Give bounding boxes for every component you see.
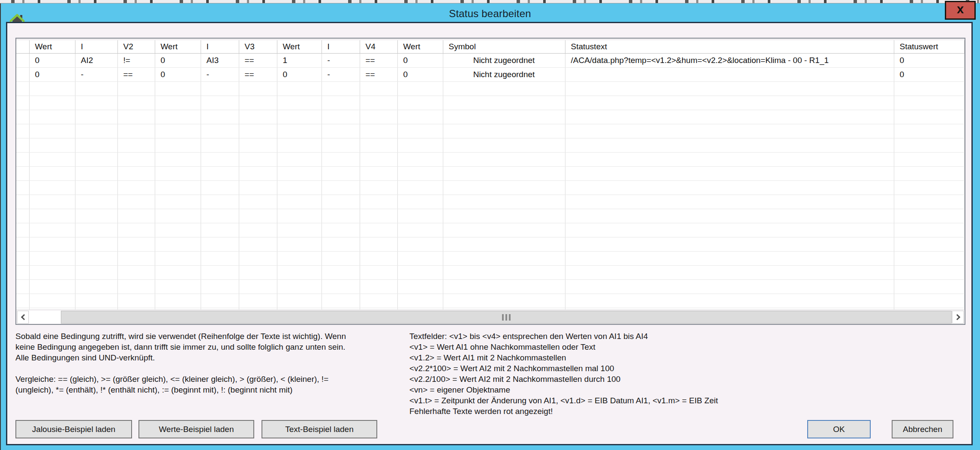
table-cell bbox=[322, 96, 360, 110]
column-header: I bbox=[75, 40, 117, 53]
scroll-right-button[interactable] bbox=[952, 311, 964, 324]
table-cell[interactable]: == bbox=[117, 67, 155, 81]
dialog-title: Status bearbeiten bbox=[0, 8, 980, 20]
table-cell bbox=[360, 81, 397, 96]
cancel-button[interactable]: Abbrechen bbox=[892, 420, 953, 438]
table-cell[interactable]: != bbox=[117, 53, 155, 67]
table-cell bbox=[201, 279, 239, 294]
table-cell bbox=[117, 279, 155, 294]
table-cell bbox=[117, 195, 155, 209]
table-cell bbox=[201, 195, 239, 209]
table-cell[interactable]: 0 bbox=[155, 67, 201, 81]
load-text-example-button[interactable]: Text-Beispiel laden bbox=[262, 420, 377, 438]
table-cell[interactable]: == bbox=[360, 53, 397, 67]
help-line: <v2.2*100> = Wert AI2 mit 2 Nachkommaste… bbox=[409, 363, 967, 374]
table-cell bbox=[29, 209, 75, 223]
table-cell[interactable]: 0 bbox=[397, 53, 443, 67]
table-cell bbox=[117, 166, 155, 180]
table-cell bbox=[75, 96, 117, 110]
table-cell bbox=[155, 251, 201, 265]
table-cell bbox=[443, 279, 565, 294]
table-cell bbox=[565, 279, 894, 294]
table-cell[interactable]: 0 bbox=[155, 53, 201, 67]
scrollbar-thumb[interactable] bbox=[61, 311, 952, 324]
table-cell bbox=[322, 166, 360, 180]
table-cell bbox=[117, 251, 155, 265]
table-cell[interactable]: 0 bbox=[397, 67, 443, 81]
table-row[interactable]: 0-==0-==0-==0Nicht zugeordnet0 bbox=[16, 67, 965, 81]
column-header: I bbox=[322, 40, 360, 53]
table-cell[interactable]: 0 bbox=[29, 67, 75, 81]
table-cell[interactable]: - bbox=[75, 67, 117, 81]
load-jalousie-example-button[interactable]: Jalousie-Beispiel laden bbox=[15, 420, 132, 438]
scroll-left-button[interactable] bbox=[17, 311, 29, 324]
table-cell[interactable]: Nicht zugeordnet bbox=[443, 67, 565, 81]
table-cell bbox=[277, 180, 322, 195]
table-cell bbox=[75, 223, 117, 237]
table-cell bbox=[75, 251, 117, 265]
table-cell bbox=[277, 279, 322, 294]
table-cell[interactable]: == bbox=[239, 53, 277, 67]
table-cell bbox=[155, 294, 201, 308]
table-cell bbox=[29, 251, 75, 265]
table-cell bbox=[322, 152, 360, 166]
horizontal-scrollbar[interactable] bbox=[16, 309, 965, 324]
table-cell[interactable]: 0 bbox=[29, 53, 75, 67]
table-cell bbox=[155, 180, 201, 195]
table-cell bbox=[565, 237, 894, 251]
table-row[interactable]: 0AI2!=0AI3==1-==0Nicht zugeordnet/ACA/da… bbox=[16, 53, 965, 67]
table-cell[interactable] bbox=[565, 67, 894, 81]
table-cell[interactable]: Nicht zugeordnet bbox=[443, 53, 565, 67]
table-cell bbox=[565, 209, 894, 223]
load-werte-example-button[interactable]: Werte-Beispiel laden bbox=[138, 420, 254, 438]
status-conditions-grid: WertIV2WertIV3WertIV4WertSymbolStatustex… bbox=[15, 38, 965, 325]
table-cell[interactable]: - bbox=[201, 67, 239, 81]
table-cell bbox=[29, 110, 75, 124]
table-row-empty bbox=[16, 223, 965, 237]
table-cell[interactable] bbox=[16, 67, 29, 81]
table-cell bbox=[565, 294, 894, 308]
table-cell bbox=[443, 180, 565, 195]
table-cell bbox=[239, 265, 277, 279]
table-cell bbox=[155, 124, 201, 138]
column-header: V2 bbox=[117, 40, 155, 53]
table-cell bbox=[155, 96, 201, 110]
table-cell bbox=[29, 265, 75, 279]
table-cell[interactable]: 0 bbox=[894, 53, 965, 67]
ok-button[interactable]: OK bbox=[807, 420, 871, 438]
table-cell[interactable]: AI3 bbox=[201, 53, 239, 67]
close-button[interactable]: x bbox=[945, 1, 976, 20]
table-cell[interactable]: 0 bbox=[277, 67, 322, 81]
table-cell[interactable] bbox=[16, 53, 29, 67]
table-cell bbox=[239, 138, 277, 152]
table-cell bbox=[201, 138, 239, 152]
table-cell bbox=[397, 251, 443, 265]
table-cell bbox=[117, 180, 155, 195]
table-cell bbox=[443, 81, 565, 96]
table-cell[interactable]: - bbox=[322, 53, 360, 67]
help-line: <v2.2/100> = Wert AI2 mit 2 Nachkommaste… bbox=[409, 374, 967, 384]
table-cell bbox=[117, 294, 155, 308]
table-cell bbox=[894, 209, 965, 223]
table-cell bbox=[155, 195, 201, 209]
table-cell[interactable]: /ACA/data.php?temp=<v1.2>&hum=<v2.2>&loc… bbox=[565, 53, 894, 67]
table-cell bbox=[201, 166, 239, 180]
table-cell bbox=[360, 110, 397, 124]
table-cell bbox=[277, 138, 322, 152]
table-cell bbox=[29, 81, 75, 96]
table-cell[interactable]: - bbox=[322, 67, 360, 81]
table-cell[interactable]: 0 bbox=[894, 67, 965, 81]
table-cell[interactable]: AI2 bbox=[75, 53, 117, 67]
table-cell bbox=[360, 166, 397, 180]
table-cell bbox=[117, 96, 155, 110]
table-cell bbox=[894, 81, 965, 96]
table-cell bbox=[155, 279, 201, 294]
table-cell bbox=[565, 265, 894, 279]
table-cell[interactable]: == bbox=[360, 67, 397, 81]
table-cell bbox=[75, 81, 117, 96]
table-cell[interactable]: == bbox=[239, 67, 277, 81]
table-cell bbox=[565, 96, 894, 110]
table-row-empty bbox=[16, 124, 965, 138]
table-cell bbox=[201, 110, 239, 124]
table-cell[interactable]: 1 bbox=[277, 53, 322, 67]
